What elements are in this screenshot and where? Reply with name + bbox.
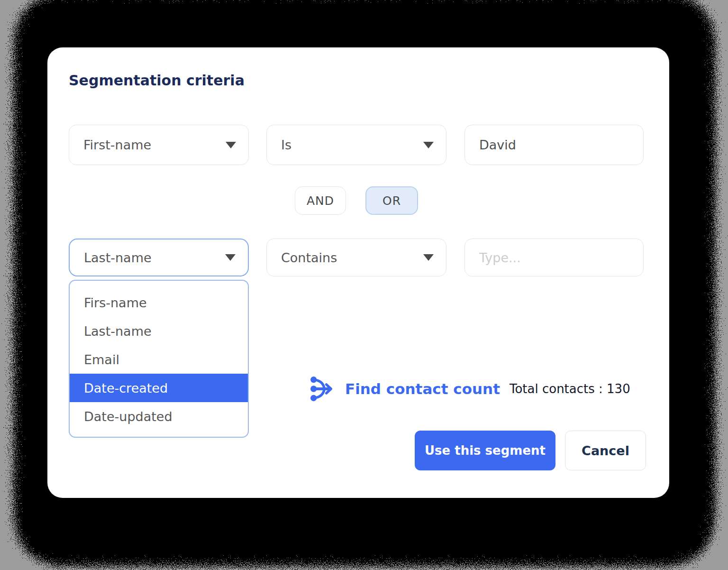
chevron-down-icon [423,254,434,261]
contact-count-row: Find contact count Total contacts : 130 [309,374,630,404]
row2-field-value: Last-name [70,250,225,265]
chevron-down-icon [226,142,236,148]
chevron-down-icon [225,254,236,261]
row2-field-select[interactable]: Last-name [69,239,249,276]
row1-field-select[interactable]: First-name [69,125,249,165]
row1-operator-value: Is [267,138,423,152]
row2-value-input[interactable] [464,239,644,276]
row1-field-value: First-name [69,138,226,152]
cancel-button[interactable]: Cancel [565,431,646,470]
find-contact-count-link[interactable]: Find contact count [345,380,500,397]
merge-arrow-icon [309,376,336,402]
field-dropdown-list: Firs-name Last-name Email Date-created D… [69,280,249,438]
page-title: Segmentation criteria [69,72,245,89]
dropdown-option-last-name[interactable]: Last-name [70,317,248,345]
row1-value-input[interactable] [464,125,644,165]
dropdown-option-firs-name[interactable]: Firs-name [70,288,248,317]
total-contacts-text: Total contacts : 130 [510,382,630,396]
or-toggle-label: OR [382,194,401,208]
segmentation-panel: Segmentation criteria First-name Is AND … [47,47,669,498]
row2-operator-select[interactable]: Contains [266,239,446,276]
row2-operator-value: Contains [267,250,423,265]
dropdown-option-date-updated[interactable]: Date-updated [70,402,248,431]
dropdown-option-date-created[interactable]: Date-created [70,374,248,402]
and-toggle-button[interactable]: AND [295,186,346,215]
use-this-segment-label: Use this segment [425,443,546,458]
cancel-label: Cancel [582,443,629,458]
row1-operator-select[interactable]: Is [266,125,446,165]
chevron-down-icon [423,142,434,148]
use-this-segment-button[interactable]: Use this segment [415,431,555,470]
and-toggle-label: AND [307,194,334,208]
or-toggle-button[interactable]: OR [365,186,418,215]
dropdown-option-email[interactable]: Email [70,345,248,374]
